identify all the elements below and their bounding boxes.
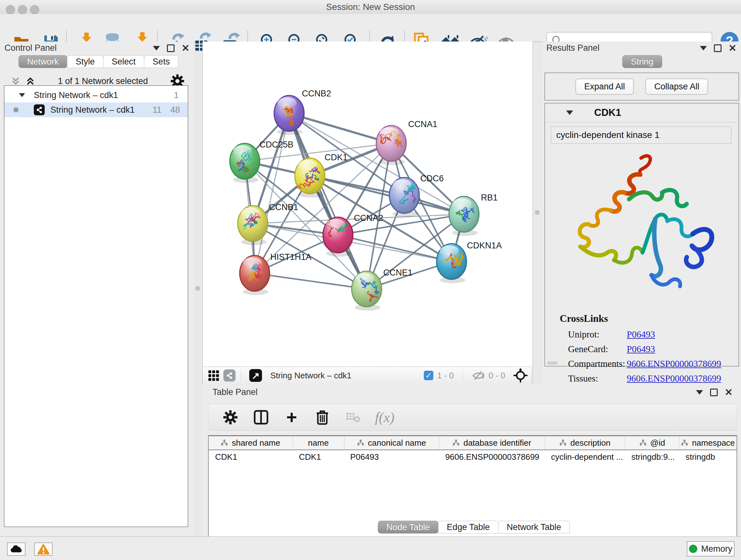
panel-close-icon[interactable]: ✕ <box>729 44 737 53</box>
protein-header-row[interactable]: CDK1 <box>545 104 738 122</box>
control-panel-tabs: NetworkStyleSelectSets <box>18 55 178 68</box>
control-panel-title: Control Panel <box>4 43 57 53</box>
application-window: Session: New Session <box>0 0 741 560</box>
table-panel-tabs: Node TableEdge TableNetwork Table <box>378 521 569 534</box>
node-label-CDC6: CDC6 <box>420 174 444 183</box>
show-columns-icon[interactable] <box>253 409 270 426</box>
node-label-CDC25B: CDC25B <box>259 140 293 149</box>
results-panel: Results Panel ✕ String Expand All Collap… <box>542 42 741 384</box>
network-node-CCNA1[interactable] <box>376 125 406 165</box>
add-column-icon[interactable]: + <box>283 409 300 426</box>
column-header-shared-name[interactable]: shared name <box>209 436 293 449</box>
protein-structure-image[interactable] <box>560 151 723 301</box>
network-row-selected[interactable]: String Network – cdk1 11 48 <box>4 103 188 117</box>
protein-result-box: CDK1 cyclin-dependent kinase 1 <box>544 103 739 367</box>
collection-count: 1 <box>174 90 179 100</box>
results-hscrollbar[interactable] <box>547 361 558 365</box>
node-label-CCNB2: CCNB2 <box>302 89 331 98</box>
network-badge-icon[interactable] <box>223 369 235 381</box>
column-header-namespace[interactable]: namespace <box>679 436 737 449</box>
selected-counts: 1 - 0 <box>437 371 454 381</box>
tab-select[interactable]: Select <box>103 55 144 68</box>
panel-close-icon[interactable]: ✕ <box>182 44 190 53</box>
table-body: CDK1CDK1P064939606.ENSP00000378699cyclin… <box>209 450 737 463</box>
delete-column-trash-icon[interactable] <box>314 409 331 426</box>
node-label-CDKN1A: CDKN1A <box>467 241 502 250</box>
table-cell[interactable]: stringdb <box>679 450 737 463</box>
table-cell[interactable]: 9606.ENSP00000378699 <box>439 450 545 463</box>
expand-all-button[interactable]: Expand All <box>576 78 634 95</box>
tab-sets[interactable]: Sets <box>144 55 179 68</box>
network-collection-row[interactable]: String Network – cdk1 1 <box>4 88 188 103</box>
crosslink-row: GeneCard:P06493 <box>568 341 734 356</box>
collection-expander-icon[interactable] <box>19 93 25 97</box>
network-node-CCNE1[interactable] <box>352 271 382 311</box>
cloud-status-button[interactable] <box>7 543 25 556</box>
table-cell[interactable]: cyclin-dependent ... <box>545 450 625 463</box>
panel-maximize-icon[interactable] <box>714 44 722 52</box>
tab-network[interactable]: Network <box>18 55 67 68</box>
network-node-CDC25B[interactable] <box>230 143 260 183</box>
network-view-canvas[interactable]: CCNB2CCNA1CDC25BCDK1CDC6RB1CCNB1CCNA2CDK… <box>202 42 533 367</box>
network-node-HIST1H1A[interactable] <box>240 255 270 295</box>
expand-all-chevron-icon[interactable] <box>25 76 35 86</box>
right-splitter-handle[interactable] <box>535 210 540 215</box>
status-bar: Memory <box>0 537 741 560</box>
column-type-icon <box>221 439 228 446</box>
column-header-canonical-name[interactable]: canonical name <box>344 436 439 449</box>
column-header-description[interactable]: description <box>545 436 625 449</box>
detach-view-icon[interactable]: ↗ <box>249 369 262 382</box>
crosslink-link[interactable]: P06493 <box>627 329 655 340</box>
crosslink-label: Uniprot: <box>568 329 627 340</box>
protein-description: cyclin-dependent kinase 1 <box>556 130 660 140</box>
table-row[interactable]: CDK1CDK1P064939606.ENSP00000378699cyclin… <box>209 450 737 463</box>
hidden-counts: 0 - 0 <box>488 371 505 381</box>
panel-close-icon[interactable]: ✕ <box>725 388 733 397</box>
table-cell[interactable]: CDK1 <box>293 450 344 463</box>
left-splitter-handle[interactable] <box>195 286 200 291</box>
node-label-CCNE1: CCNE1 <box>383 268 413 277</box>
collapse-all-button[interactable]: Collapse All <box>645 78 708 95</box>
grid-view-icon[interactable] <box>208 370 219 381</box>
network-node-CCNB2[interactable] <box>274 96 304 135</box>
column-header-name[interactable]: name <box>293 436 344 449</box>
tab-edge-table[interactable]: Edge Table <box>438 521 498 534</box>
results-panel-title: Results Panel <box>546 43 600 53</box>
collapse-all-chevron-icon[interactable] <box>11 76 20 86</box>
selected-checkbox-icon[interactable]: ✓ <box>424 371 433 380</box>
table-cell[interactable]: P06493 <box>344 450 439 463</box>
network-node-CCNB1[interactable] <box>238 206 268 245</box>
table-cell[interactable]: stringdb:9... <box>625 450 679 463</box>
panel-maximize-icon[interactable] <box>167 44 175 52</box>
column-type-icon <box>681 439 688 446</box>
network-node-RB1[interactable] <box>449 196 479 236</box>
panel-float-icon[interactable] <box>153 46 160 51</box>
crosslink-link[interactable]: 9606.ENSP00000378699 <box>627 359 721 369</box>
delete-table-icon <box>344 409 361 426</box>
network-node-CDKN1A[interactable] <box>436 244 467 283</box>
column-header-database-identifier[interactable]: database identifier <box>439 436 545 449</box>
network-tree: String Network – cdk1 1 String Network –… <box>4 85 188 527</box>
panel-float-icon[interactable] <box>700 46 707 51</box>
network-share-icon <box>34 105 45 115</box>
tab-string[interactable]: String <box>622 55 662 68</box>
control-panel: Control Panel ✕ NetworkStyleSelectSets 1… <box>0 42 194 537</box>
node-label-HIST1H1A: HIST1H1A <box>270 252 312 262</box>
panel-float-icon[interactable] <box>696 390 703 395</box>
crosslink-row: Uniprot:P06493 <box>568 327 734 341</box>
column-header--id[interactable]: @id <box>625 436 679 449</box>
crosslink-label: Tissues: <box>568 373 627 384</box>
tab-network-table[interactable]: Network Table <box>498 521 570 534</box>
warning-status-button[interactable] <box>34 543 53 556</box>
warning-triangle-icon <box>37 544 50 555</box>
protein-expander-icon[interactable] <box>566 111 573 115</box>
panel-maximize-icon[interactable] <box>710 388 718 396</box>
tab-node-table[interactable]: Node Table <box>378 521 439 534</box>
crosslink-link[interactable]: 9606.ENSP00000378699 <box>627 373 721 384</box>
tab-style[interactable]: Style <box>67 55 104 68</box>
birdseye-crosshair-icon[interactable] <box>514 368 528 382</box>
crosslink-link[interactable]: P06493 <box>627 344 655 354</box>
table-cell[interactable]: CDK1 <box>209 450 293 463</box>
table-options-gear-icon[interactable] <box>222 409 239 426</box>
memory-button[interactable]: Memory <box>687 541 735 557</box>
